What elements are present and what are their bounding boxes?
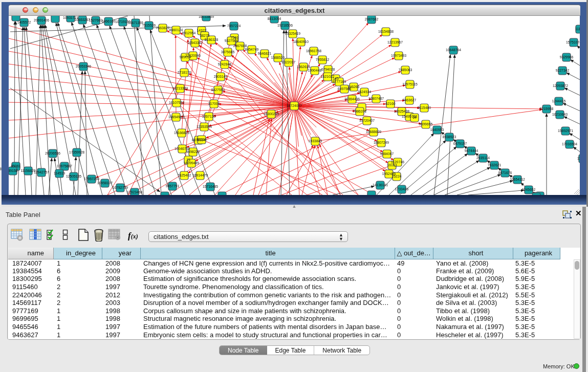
svg-text:16033809: 16033809	[199, 16, 214, 18]
svg-text:8454749: 8454749	[245, 48, 259, 51]
svg-text:7515526: 7515526	[142, 24, 156, 27]
svg-text:9777169: 9777169	[333, 80, 346, 83]
svg-text:19654983: 19654983	[168, 115, 184, 119]
svg-text:9857791: 9857791	[166, 184, 180, 188]
svg-text:10975887: 10975887	[57, 164, 72, 168]
svg-text:3624534: 3624534	[358, 90, 372, 94]
svg-text:6479197: 6479197	[453, 142, 467, 145]
svg-text:18640910: 18640910	[293, 40, 309, 43]
svg-text:746266: 746266	[348, 85, 360, 89]
svg-text:20053346: 20053346	[76, 64, 91, 68]
svg-text:12093872: 12093872	[553, 84, 568, 87]
svg-text:64: 64	[412, 116, 417, 119]
svg-text:14322: 14322	[197, 29, 207, 32]
svg-text:1405572: 1405572	[17, 20, 31, 24]
svg-text:20206536: 20206536	[45, 151, 60, 155]
svg-text:12923468: 12923468	[127, 190, 142, 194]
svg-text:13325419: 13325419	[285, 32, 300, 35]
svg-text:8912954: 8912954	[182, 31, 196, 35]
svg-text:1990448: 1990448	[308, 69, 322, 72]
svg-text:15720407: 15720407	[359, 119, 375, 122]
svg-text:8471676: 8471676	[498, 171, 512, 174]
svg-text:10025438: 10025438	[394, 110, 409, 113]
svg-text:16210643: 16210643	[552, 113, 568, 116]
svg-text:12505135: 12505135	[66, 174, 81, 178]
svg-text:7485063: 7485063	[399, 68, 412, 72]
svg-text:16914479: 16914479	[192, 173, 208, 177]
svg-text:14136141: 14136141	[373, 183, 388, 187]
svg-text:9646821: 9646821	[258, 52, 272, 55]
svg-text:18724007: 18724007	[287, 104, 302, 107]
svg-text:1733426: 1733426	[395, 187, 409, 191]
svg-text:88334: 88334	[197, 138, 207, 141]
svg-text:8660124: 8660124	[169, 28, 183, 32]
svg-text:7986372: 7986372	[353, 110, 367, 113]
svg-text:8938923: 8938923	[443, 135, 456, 139]
svg-text:10973493: 10973493	[391, 54, 406, 57]
svg-text:15751074: 15751074	[566, 40, 580, 44]
svg-text:16153: 16153	[387, 163, 397, 167]
svg-text:2967608: 2967608	[233, 44, 247, 48]
svg-text:10688609: 10688609	[366, 130, 381, 134]
svg-text:9329966: 9329966	[560, 55, 574, 59]
svg-text:15692971: 15692971	[558, 129, 573, 133]
svg-text:9327508: 9327508	[225, 39, 238, 42]
svg-text:19218506: 19218506	[277, 24, 293, 27]
svg-text:62160: 62160	[386, 102, 396, 105]
svg-text:18807249: 18807249	[374, 141, 389, 144]
svg-text:1933845: 1933845	[309, 139, 322, 143]
svg-text:9498222: 9498222	[186, 150, 200, 154]
svg-text:20691406: 20691406	[34, 18, 49, 22]
svg-text:17016504: 17016504	[562, 142, 577, 146]
svg-text:10807487: 10807487	[368, 97, 384, 100]
svg-text:38275: 38275	[200, 34, 210, 37]
svg-text:2718176: 2718176	[178, 71, 191, 74]
svg-text:10648764: 10648764	[446, 48, 461, 52]
svg-text:9115460: 9115460	[418, 106, 431, 110]
svg-text:18300295: 18300295	[264, 112, 279, 116]
svg-text:12942757: 12942757	[34, 170, 49, 174]
svg-text:16961758: 16961758	[306, 49, 321, 53]
svg-text:3875685: 3875685	[221, 50, 235, 54]
svg-text:2087682: 2087682	[365, 17, 379, 21]
svg-text:10671355: 10671355	[128, 21, 143, 25]
svg-text:6794028: 6794028	[321, 68, 335, 71]
svg-text:3267130: 3267130	[202, 115, 216, 118]
svg-text:16107553: 16107553	[169, 101, 184, 104]
svg-text:39158: 39158	[9, 169, 18, 172]
svg-text:7625402: 7625402	[178, 173, 191, 177]
svg-text:85061: 85061	[11, 164, 21, 168]
svg-text:1362615: 1362615	[297, 65, 311, 69]
svg-text:7955812: 7955812	[316, 58, 330, 61]
svg-text:9084067: 9084067	[380, 152, 394, 156]
svg-text:16543382: 16543382	[187, 41, 203, 45]
svg-text:12213967: 12213967	[387, 40, 403, 44]
svg-text:11123: 11123	[575, 27, 580, 31]
svg-text:15716485: 15716485	[203, 185, 218, 188]
svg-text:12213383: 12213383	[172, 86, 188, 90]
svg-text:8186328: 8186328	[205, 38, 219, 41]
svg-text:25224: 25224	[392, 174, 402, 178]
svg-text:116753: 116753	[577, 157, 580, 160]
svg-text:7632621: 7632621	[488, 163, 502, 167]
svg-text:1244415: 1244415	[552, 99, 566, 103]
svg-text:20364436: 20364436	[344, 97, 360, 101]
svg-text:1640953: 1640953	[430, 128, 444, 132]
svg-text:16099489: 16099489	[184, 161, 199, 165]
svg-text:10654112: 10654112	[510, 178, 525, 181]
svg-text:10958107: 10958107	[97, 181, 113, 185]
svg-text:7663822: 7663822	[156, 26, 170, 30]
svg-text:8215958: 8215958	[540, 107, 554, 111]
svg-text:2935114: 2935114	[476, 156, 490, 160]
svg-text:9245652: 9245652	[522, 188, 536, 191]
svg-text:2803144: 2803144	[214, 75, 228, 78]
svg-text:19166825: 19166825	[174, 131, 189, 135]
svg-text:9474444: 9474444	[465, 149, 478, 152]
svg-text:1527602: 1527602	[89, 18, 103, 22]
svg-text:16154838: 16154838	[378, 30, 394, 33]
svg-text:9463627: 9463627	[403, 98, 417, 102]
svg-text:1120746: 1120746	[391, 160, 404, 164]
svg-text:7857224: 7857224	[227, 24, 241, 28]
svg-text:1588520: 1588520	[271, 56, 285, 59]
svg-text:12353594: 12353594	[197, 125, 212, 128]
